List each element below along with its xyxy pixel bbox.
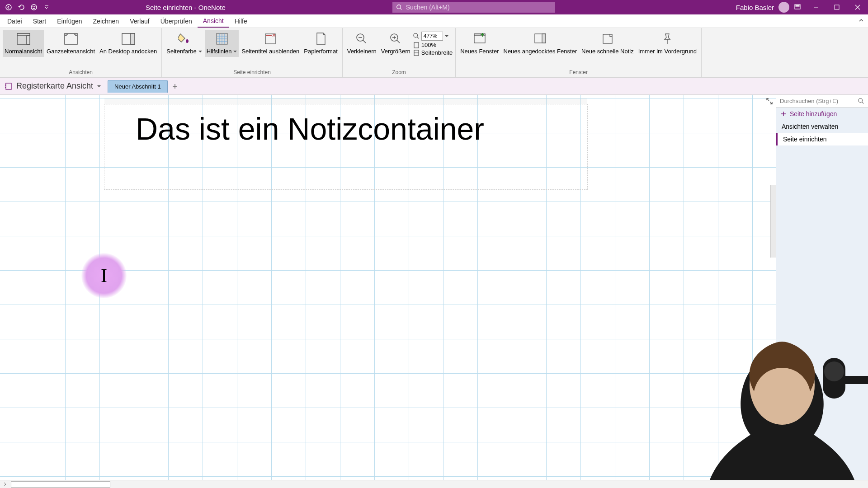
menu-zeichnen[interactable]: Zeichnen xyxy=(88,14,125,28)
ribbon: Normalansicht Ganzseitenansicht An Deskt… xyxy=(0,28,868,78)
page-list-item[interactable]: Seite einrichten xyxy=(776,133,868,145)
pin-icon xyxy=(660,32,675,46)
zoom-out-icon xyxy=(354,32,369,46)
seitentitel-ausblenden-button[interactable]: Seitentitel ausblenden xyxy=(240,30,301,57)
add-page-button[interactable]: Seite hinzufügen xyxy=(776,108,868,120)
group-label-ansichten: Ansichten xyxy=(3,68,159,77)
docked-window-icon xyxy=(533,32,547,46)
fullscreen-icon[interactable] xyxy=(766,98,773,107)
search-icon xyxy=(396,4,402,10)
immer-im-vordergrund-button[interactable]: Immer im Vordergrund xyxy=(637,30,698,57)
menu-ueberpruefen[interactable]: Überprüfen xyxy=(155,14,198,28)
group-label-seite: Seite einrichten xyxy=(165,68,340,77)
zoom-percent-row[interactable] xyxy=(413,32,453,41)
chevron-down-icon[interactable] xyxy=(445,34,448,38)
add-section-button[interactable] xyxy=(170,81,180,92)
ribbon-group-fenster: Neues Fenster Neues angedocktes Fenster … xyxy=(456,28,702,77)
svg-point-4 xyxy=(397,5,401,9)
zoom-seitenbreite-button[interactable]: Seitenbreite xyxy=(413,49,453,56)
group-label-zoom: Zoom xyxy=(345,68,453,77)
undo-icon[interactable] xyxy=(16,2,26,12)
new-window-icon xyxy=(472,32,487,46)
menu-verlauf[interactable]: Verlauf xyxy=(124,14,155,28)
neues-angedocktes-fenster-button[interactable]: Neues angedocktes Fenster xyxy=(502,30,579,57)
menu-einfuegen[interactable]: Einfügen xyxy=(52,14,87,28)
search-pages-box[interactable]: Durchsuchen (Strg+E) xyxy=(776,95,868,108)
normalansicht-icon xyxy=(16,32,31,46)
qat-dropdown-icon[interactable] xyxy=(42,2,52,12)
doc-icon xyxy=(413,42,420,48)
search-box[interactable]: Suchen (Alt+M) xyxy=(392,2,555,13)
verkleinern-button[interactable]: Verkleinern xyxy=(345,30,378,57)
svg-point-1 xyxy=(31,5,37,10)
status-bar xyxy=(0,480,868,488)
hilfslinien-icon xyxy=(215,32,229,46)
page-panel: Durchsuchen (Strg+E) Seite hinzufügen An… xyxy=(776,95,868,480)
vergroessern-button[interactable]: Vergrößern xyxy=(379,30,412,57)
ribbon-display-icon[interactable] xyxy=(794,3,801,12)
zoom-100-button[interactable]: 100% xyxy=(413,42,453,48)
menu-bar: Datei Start Einfügen Zeichnen Verlauf Üb… xyxy=(0,14,868,28)
close-button[interactable] xyxy=(847,0,868,14)
svg-point-0 xyxy=(6,5,11,10)
touch-mode-icon[interactable] xyxy=(29,2,39,12)
notebook-dropdown[interactable]: Registerkarte Ansicht xyxy=(5,81,108,91)
width-icon xyxy=(413,50,420,56)
ganzseitenansicht-button[interactable]: Ganzseitenansicht xyxy=(45,30,97,57)
section-tab[interactable]: Neuer Abschnitt 1 xyxy=(108,80,168,93)
hilfslinien-button[interactable]: Hilfslinien xyxy=(205,30,239,57)
status-input[interactable] xyxy=(11,481,110,488)
canvas-wrap: Das ist ein Notizcontainer I xyxy=(0,95,776,480)
back-icon[interactable] xyxy=(4,2,14,12)
menu-datei[interactable]: Datei xyxy=(2,14,28,28)
dock-icon xyxy=(121,32,136,46)
note-container-handle[interactable] xyxy=(104,98,587,104)
zoom-in-icon xyxy=(388,32,403,46)
neues-fenster-button[interactable]: Neues Fenster xyxy=(458,30,500,57)
window-title: Seite einrichten - OneNote xyxy=(146,4,226,11)
minimize-button[interactable] xyxy=(806,0,826,14)
page-canvas[interactable]: Das ist ein Notizcontainer I xyxy=(0,95,776,480)
group-label-fenster: Fenster xyxy=(458,68,698,77)
notebook-icon xyxy=(5,82,13,90)
collapse-ribbon-icon[interactable] xyxy=(858,17,864,25)
svg-rect-24 xyxy=(542,34,546,43)
status-left-icon[interactable] xyxy=(3,482,7,487)
user-name[interactable]: Fabio Basler xyxy=(736,4,774,11)
menu-hilfe[interactable]: Hilfe xyxy=(229,14,253,28)
seitenfarbe-icon xyxy=(177,32,192,46)
maximize-button[interactable] xyxy=(826,0,847,14)
seitenfarbe-button[interactable]: Seitenfarbe xyxy=(165,30,204,57)
svg-point-3 xyxy=(35,7,35,7)
menu-ansicht[interactable]: Ansicht xyxy=(198,14,229,28)
svg-rect-25 xyxy=(603,34,612,43)
svg-point-2 xyxy=(33,7,33,7)
normalansicht-button[interactable]: Normalansicht xyxy=(3,30,44,57)
papierformat-icon xyxy=(314,32,328,46)
svg-point-27 xyxy=(859,98,863,102)
svg-point-18 xyxy=(414,33,418,38)
menu-start[interactable]: Start xyxy=(28,14,52,28)
neue-schnelle-notiz-button[interactable]: Neue schnelle Notiz xyxy=(580,30,636,57)
search-placeholder: Suchen (Alt+M) xyxy=(406,4,450,11)
svg-rect-6 xyxy=(796,5,799,6)
search-icon xyxy=(858,98,864,104)
svg-rect-7 xyxy=(835,5,839,9)
an-desktop-andocken-button[interactable]: An Desktop andocken xyxy=(98,30,159,57)
ganzseitenansicht-icon xyxy=(64,32,78,46)
work-area: Das ist ein Notizcontainer I Durchsuchen… xyxy=(0,95,868,480)
page-title[interactable]: Das ist ein Notizcontainer xyxy=(136,111,484,146)
seitentitel-icon xyxy=(263,32,278,46)
avatar[interactable] xyxy=(778,2,789,13)
page-list-item[interactable]: Ansichten verwalten xyxy=(776,120,868,133)
title-bar: Seite einrichten - OneNote Suchen (Alt+M… xyxy=(0,0,868,14)
ribbon-group-zoom: Verkleinern Vergrößern 100% Seitenb xyxy=(343,28,456,77)
tab-strip: Registerkarte Ansicht Neuer Abschnitt 1 xyxy=(0,78,868,95)
zoom-input[interactable] xyxy=(421,32,443,41)
papierformat-button[interactable]: Papierformat xyxy=(302,30,339,57)
chevron-down-icon xyxy=(97,84,101,89)
plus-icon xyxy=(781,111,786,117)
vertical-scrollbar[interactable] xyxy=(770,185,776,258)
magnifier-icon xyxy=(413,33,420,39)
ribbon-group-seite: Seitenfarbe Hilfslinien Seitentitel ausb… xyxy=(162,28,343,77)
